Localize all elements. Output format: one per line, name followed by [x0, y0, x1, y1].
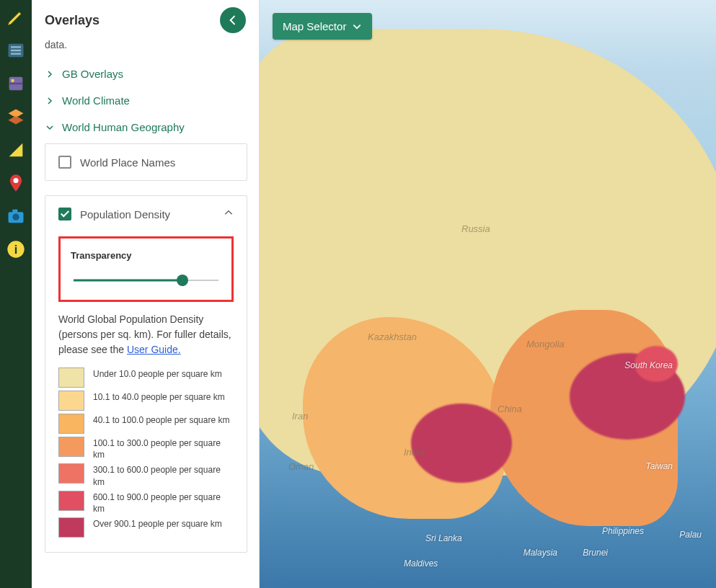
tool-bookmarks[interactable] — [1, 69, 30, 98]
chevron-up-icon — [224, 208, 234, 218]
place-label: Palau — [679, 530, 702, 540]
svg-point-8 — [12, 214, 19, 220]
legend-swatch — [58, 437, 84, 457]
legend-label: 40.1 to 100.0 people per square km — [93, 414, 229, 426]
legend-row: Under 10.0 people per square km — [58, 368, 234, 388]
legend-label: 100.1 to 300.0 people per square km — [93, 437, 234, 460]
left-toolbar: i — [0, 0, 32, 588]
checkbox-icon — [58, 208, 71, 220]
legend-label: Under 10.0 people per square km — [93, 368, 222, 380]
place-label: Malaysia — [523, 548, 557, 558]
place-label: Brunei — [583, 548, 608, 558]
svg-rect-9 — [12, 210, 17, 213]
checkbox-world-place-names[interactable]: World Place Names — [58, 156, 234, 169]
legend-swatch — [58, 391, 84, 411]
legend-label: 600.1 to 900.0 people per square km — [93, 491, 234, 514]
transparency-label: Transparency — [71, 250, 221, 261]
category-label: World Human Geography — [62, 121, 185, 133]
pencil-icon — [6, 7, 26, 27]
collapse-section-button[interactable] — [224, 208, 234, 220]
map-viewport[interactable]: Map Selector Digimap Digimap Russia Kaza… — [260, 0, 716, 588]
tool-camera[interactable] — [1, 202, 30, 231]
legend-row: 10.1 to 40.0 people per square km — [58, 391, 234, 411]
legend-row: 600.1 to 900.0 people per square km — [58, 491, 234, 514]
overlay-card-population-density: Population Density Transparency World Gl… — [45, 195, 247, 553]
transparency-highlight: Transparency — [58, 236, 234, 302]
checkbox-icon — [58, 156, 71, 169]
transparency-slider[interactable] — [74, 274, 218, 287]
slider-fill — [74, 280, 182, 282]
intro-text-fragment: data. — [45, 39, 247, 50]
category-label: GB Overlays — [62, 68, 123, 80]
slider-thumb[interactable] — [177, 275, 188, 286]
chevron-down-icon — [45, 122, 55, 133]
place-label: Sri Lanka — [425, 533, 462, 543]
list-icon — [6, 40, 26, 61]
legend-row: Over 900.1 people per square km — [58, 517, 234, 538]
layers-icon — [6, 107, 26, 127]
category-label: World Climate — [62, 94, 130, 107]
panel-title: Overlays — [45, 13, 100, 28]
checkbox-label: World Place Names — [80, 156, 175, 169]
user-guide-link[interactable]: User Guide. — [127, 344, 181, 355]
tool-marker[interactable] — [1, 169, 30, 197]
overlay-description: World Global Population Density (persons… — [58, 312, 234, 357]
panel-header: Overlays — [32, 0, 259, 39]
category-world-climate[interactable]: World Climate — [45, 87, 247, 114]
svg-rect-1 — [11, 46, 21, 48]
legend: Under 10.0 people per square km10.1 to 4… — [58, 368, 234, 538]
tool-list[interactable] — [1, 36, 30, 65]
place-label: Philippines — [602, 526, 644, 536]
ruler-icon — [6, 140, 26, 160]
info-icon: i — [6, 239, 26, 259]
bookmark-drawer-icon — [6, 74, 26, 94]
svg-rect-2 — [11, 50, 21, 51]
svg-point-6 — [14, 178, 19, 183]
svg-rect-5 — [9, 83, 23, 84]
tool-layers[interactable] — [1, 102, 30, 131]
chevron-down-icon — [352, 22, 362, 32]
overlays-panel: Overlays data. GB Overlays World Climate… — [32, 0, 260, 588]
legend-row: 40.1 to 100.0 people per square km — [58, 414, 234, 434]
svg-text:i: i — [14, 243, 18, 256]
category-world-human-geography[interactable]: World Human Geography — [45, 114, 247, 141]
overlay-card-world-place-names: World Place Names — [45, 143, 247, 181]
legend-label: 10.1 to 40.0 people per square km — [93, 391, 225, 403]
checkbox-population-density[interactable]: Population Density — [58, 208, 234, 220]
legend-swatch — [58, 491, 84, 511]
place-label: Maldives — [404, 558, 438, 569]
legend-swatch — [58, 414, 84, 434]
density-hotspot — [635, 346, 678, 382]
chevron-right-icon — [45, 69, 55, 79]
svg-rect-3 — [11, 53, 21, 55]
legend-row: 100.1 to 300.0 people per square km — [58, 437, 234, 460]
chevron-left-icon — [227, 14, 239, 26]
map-selector-button[interactable]: Map Selector — [273, 13, 372, 40]
density-hotspot — [411, 404, 512, 483]
tool-pencil[interactable] — [1, 3, 30, 32]
tool-info[interactable]: i — [1, 235, 30, 264]
collapse-panel-button[interactable] — [220, 7, 246, 33]
legend-swatch — [58, 368, 84, 388]
legend-swatch — [58, 463, 84, 484]
category-gb-overlays[interactable]: GB Overlays — [45, 61, 247, 87]
legend-row: 300.1 to 600.0 people per square km — [58, 463, 234, 487]
checkbox-label: Population Density — [80, 208, 170, 220]
legend-label: 300.1 to 600.0 people per square km — [93, 463, 234, 487]
camera-icon — [6, 206, 26, 226]
map-selector-label: Map Selector — [283, 20, 346, 32]
legend-swatch — [58, 517, 84, 538]
panel-body: data. GB Overlays World Climate World Hu… — [32, 39, 259, 588]
marker-icon — [6, 173, 26, 193]
tool-measure[interactable] — [1, 135, 30, 164]
chevron-right-icon — [45, 96, 55, 106]
legend-label: Over 900.1 people per square km — [93, 517, 222, 530]
